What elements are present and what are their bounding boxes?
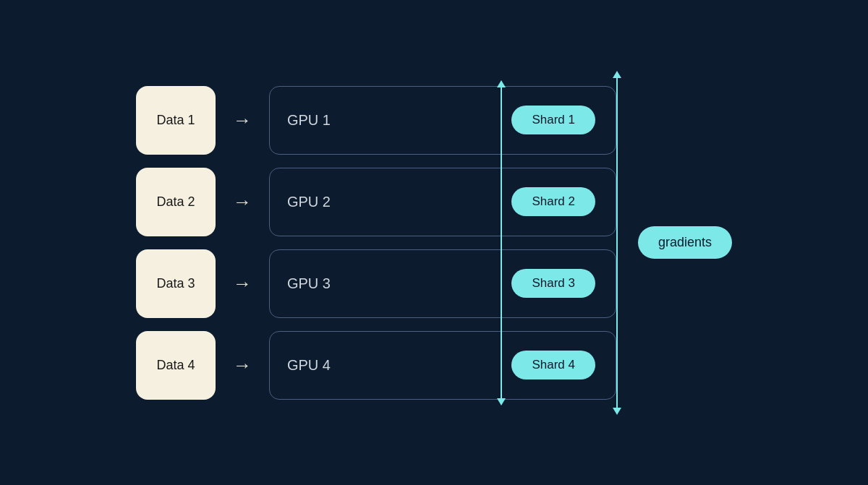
arrow-4: → — [224, 331, 260, 400]
data-label-2: Data 2 — [156, 194, 195, 210]
main-diagram: Data 1 Data 2 Data 3 Data 4 → → → → GPU … — [136, 77, 732, 409]
gpu-box-2: GPU 2 Shard 2 — [269, 168, 616, 236]
data-label-1: Data 1 — [156, 113, 195, 128]
data-label-4: Data 4 — [156, 358, 195, 373]
data-column: Data 1 Data 2 Data 3 Data 4 — [136, 86, 216, 400]
shard-pill-3: Shard 3 — [511, 269, 595, 298]
gpu-column-wrapper: GPU 1 Shard 1 GPU 2 Shard 2 GPU 3 Shard … — [269, 86, 616, 400]
right-section: gradients — [616, 77, 732, 409]
gpu-label-3: GPU 3 — [287, 275, 331, 292]
gpu-label-2: GPU 2 — [287, 194, 331, 210]
gradients-pill: gradients — [638, 226, 732, 259]
gpu-label-1: GPU 1 — [287, 112, 331, 129]
data-label-3: Data 3 — [156, 276, 195, 291]
gpu-box-3: GPU 3 Shard 3 — [269, 249, 616, 318]
arrow-2: → — [224, 168, 260, 236]
gpu-box-1: GPU 1 Shard 1 — [269, 86, 616, 155]
arrow-1: → — [224, 86, 260, 155]
shard-pill-4: Shard 4 — [511, 351, 595, 379]
gradients-label-wrapper: gradients — [638, 226, 732, 259]
gradients-vertical-line — [616, 77, 618, 409]
arrows-column: → → → → — [224, 86, 260, 400]
shard-pill-1: Shard 1 — [511, 106, 595, 134]
data-box-4: Data 4 — [136, 331, 216, 400]
shard-pill-2: Shard 2 — [511, 187, 595, 216]
data-box-1: Data 1 — [136, 86, 216, 155]
gpu-label-4: GPU 4 — [287, 357, 331, 374]
data-box-3: Data 3 — [136, 249, 216, 318]
gpu-box-4: GPU 4 Shard 4 — [269, 331, 616, 400]
data-box-2: Data 2 — [136, 168, 216, 236]
arrow-3: → — [224, 249, 260, 318]
gradients-line: gradients — [616, 77, 732, 409]
